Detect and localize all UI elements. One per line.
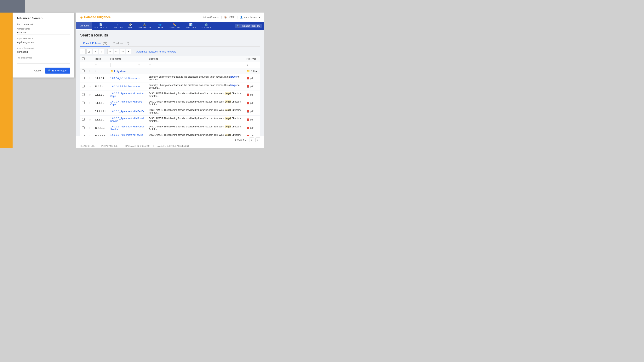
admin-console-link[interactable]: Admin Console — [203, 16, 219, 18]
pdf-icon-2: 📕 — [246, 85, 250, 88]
table-header-row: Index File Name Content File Type — [80, 56, 260, 62]
top-bar-right: Admin Console | 🏠 HOME | 👤 Marie Leclair… — [203, 16, 260, 18]
row-checkbox-2[interactable] — [82, 85, 85, 87]
folder-type-icon-0: 📁 — [246, 69, 250, 73]
star-icon-4[interactable]: ☆ — [88, 101, 91, 105]
top-bar: ◈ Datasite Diligence Admin Console | 🏠 H… — [76, 12, 264, 22]
documents-icon: 📄 — [99, 23, 102, 26]
filter-icon-index[interactable]: ▼ — [95, 64, 97, 66]
toolbar-sep-2 — [133, 50, 133, 53]
toolbar-sep-1 — [106, 50, 106, 53]
chevron-down-icon: ▾ — [259, 16, 260, 18]
nav-search-icon: 🔍 — [236, 24, 240, 27]
any-of-these-label: Any of these words — [16, 37, 70, 39]
print-btn[interactable]: 🖨 — [86, 49, 92, 54]
tab-files-folders[interactable]: Files & Folders (27) — [80, 40, 110, 46]
nav-tab-users[interactable]: 👥 USERS — [154, 22, 166, 30]
footer-terms[interactable]: TERMS OF USE — [80, 145, 95, 147]
row-checkbox-3[interactable] — [82, 93, 85, 96]
filter-icon-filename[interactable]: ▼ — [138, 64, 140, 66]
nav-tab-documents[interactable]: 📄 DOCUMENTS — [92, 22, 110, 30]
highlight-legal: Legal — [225, 125, 231, 128]
row-checkbox-0[interactable] — [82, 69, 85, 72]
nav-tab-trackers[interactable]: ≡ TRACKERS — [110, 22, 126, 30]
star-icon-0[interactable]: ☆ — [88, 69, 91, 73]
filter-icon-content[interactable]: ▼ — [149, 64, 151, 66]
star-icon-1[interactable]: ☆ — [88, 77, 91, 80]
nav-search[interactable]: 🔍 +litigation legal law — [235, 24, 262, 28]
documents-label: DOCUMENTS — [94, 27, 107, 29]
logo-icon: ◈ — [80, 15, 83, 19]
separator-1: | — [221, 16, 222, 18]
filter-icon-filetype[interactable]: ▼ — [246, 64, 249, 66]
footer-services[interactable]: DATASITE SERVICES AGREEMENT — [157, 145, 189, 147]
toolbar: ⬆ 🖨 ↗ ↻ ✎ ↪ ↩ ▾ Automate redaction for t… — [80, 49, 260, 54]
pagination-prev-btn[interactable]: « — [249, 137, 254, 142]
highlight-word: lawyer — [230, 75, 238, 78]
users-icon: 👥 — [158, 23, 162, 26]
nav-project-tab[interactable]: Diamond — [76, 22, 92, 30]
export-btn[interactable]: ↗ — [92, 49, 98, 54]
more-btn[interactable]: ▾ — [126, 49, 132, 54]
header-filetype: File Type — [244, 56, 260, 62]
star-icon-7[interactable]: ☆ — [88, 126, 91, 130]
nav-tab-analytics[interactable]: 📊 ANALYTICS — [183, 22, 199, 30]
close-button[interactable]: Close — [32, 68, 43, 73]
star-icon-6[interactable]: ☆ — [88, 118, 91, 121]
page-title: Search Results — [80, 33, 260, 37]
upload-btn[interactable]: ⬆ — [80, 49, 86, 54]
pdf-icon-5: 📕 — [246, 110, 250, 113]
edit-btn[interactable]: ✎ — [108, 49, 113, 54]
exact-phrase-group: This exact phrase — [16, 57, 70, 64]
pagination-next-btn[interactable]: › — [256, 137, 260, 142]
restore-btn[interactable]: ↩ — [120, 49, 125, 54]
star-icon-2[interactable]: ☆ — [88, 85, 91, 88]
automate-redaction-link[interactable]: Automate redaction for this keyword — [136, 50, 176, 53]
row-checkbox-6[interactable] — [82, 118, 85, 121]
content-area: Search Results Files & Folders (27) Trac… — [76, 30, 264, 136]
table-row: ☆ 3.1.1.1.3.1 1.6.3.3.1_Agreement with F… — [80, 107, 260, 116]
nav-tab-redaction[interactable]: ✏️ REDACTION — [166, 22, 183, 30]
highlight-legal: Legal — [225, 100, 231, 103]
nav-tab-permissions[interactable]: 🔒 PERMISSIONS — [135, 22, 154, 30]
home-link[interactable]: 🏠 HOME — [224, 16, 235, 18]
user-link[interactable]: 👤 Marie Leclaire ▾ — [240, 16, 260, 18]
nav-tab-settings[interactable]: ⚙️ SETTINGS — [199, 22, 214, 30]
footer-sep-2: | — [120, 145, 121, 147]
footer-trademark[interactable]: TRADEMARK INFORMATION — [124, 145, 150, 147]
table-row: ☆ 10.1.1.3.2 1.6.3.3.2_Agreement wit_erv… — [80, 132, 260, 136]
exact-phrase-input[interactable] — [16, 59, 70, 64]
star-icon-5[interactable]: ☆ — [88, 110, 91, 113]
folder-name-0[interactable]: Litigation — [114, 70, 126, 73]
row-checkbox-4[interactable] — [82, 101, 85, 104]
any-of-these-group: Any of these words — [16, 37, 70, 44]
row-checkbox-5[interactable] — [82, 110, 85, 112]
search-button[interactable]: 🔍 Entire Project — [45, 67, 70, 73]
logo-text: Datasite Diligence — [84, 15, 111, 19]
row-checkbox-1[interactable] — [82, 77, 85, 79]
select-all-checkbox[interactable] — [82, 57, 85, 60]
qna-icon: 💬 — [129, 23, 132, 26]
permissions-label: PERMISSIONS — [138, 27, 151, 29]
none-of-these-input[interactable] — [16, 50, 70, 54]
none-of-these-label: None of these words — [16, 47, 70, 49]
all-these-words-group: All these words — [16, 28, 70, 35]
pdf-icon-3: 📕 — [246, 93, 250, 96]
refresh-btn[interactable]: ↻ — [99, 49, 104, 54]
trackers-label: TRACKERS — [112, 27, 123, 29]
permissions-icon: 🔒 — [143, 23, 146, 26]
star-icon-3[interactable]: ☆ — [88, 93, 91, 96]
footer-privacy[interactable]: PRIVACY NOTICE — [102, 145, 118, 147]
all-these-words-input[interactable] — [16, 30, 70, 35]
results-table: Index File Name Content File Type ▼ — [80, 56, 260, 136]
row-checkbox-7[interactable] — [82, 126, 85, 129]
share-btn[interactable]: ↪ — [114, 49, 119, 54]
filter-filename-input[interactable] — [110, 63, 138, 67]
qna-label: Q&A — [128, 27, 132, 29]
redaction-label: REDACTION — [169, 27, 180, 29]
nav-tab-qna[interactable]: 💬 Q&A — [126, 22, 135, 30]
any-of-these-input[interactable] — [16, 40, 70, 44]
table-row: ☆ 3.1.1.1.... 1.6.3.3.3_Agreement with P… — [80, 116, 260, 124]
settings-label: SETTINGS — [202, 27, 211, 29]
tab-trackers[interactable]: Trackers (13) — [110, 40, 132, 46]
